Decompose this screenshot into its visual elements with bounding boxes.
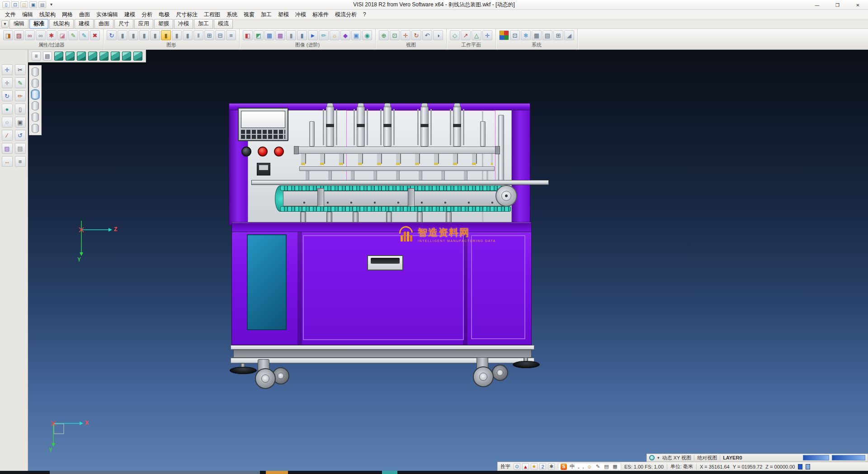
front-view-icon[interactable] (111, 52, 120, 61)
view-mode-label[interactable]: 动态 XY 视图 (662, 455, 692, 461)
ime-mode-zh-icon[interactable]: 中 (569, 463, 576, 470)
import-model-icon[interactable]: ◫ (20, 1, 28, 8)
display-mode-active-icon[interactable]: ▮ (161, 30, 171, 40)
gem-icon[interactable]: ◆ (340, 30, 350, 40)
undo-icon[interactable]: ↺ (15, 130, 26, 141)
refresh-icon[interactable]: ↻ (107, 30, 117, 40)
texture-icon[interactable]: ▩ (275, 30, 285, 40)
display-pair-icon[interactable]: ‖ (193, 30, 203, 40)
delete-mark-icon[interactable]: ✖ (90, 30, 100, 40)
tab-线架构[interactable]: 线架构 (49, 19, 74, 29)
pin-icon[interactable]: ⊙ (514, 463, 520, 470)
orbit-icon[interactable] (649, 455, 655, 460)
taskbar-window-preview[interactable] (50, 471, 260, 474)
pan-icon[interactable]: ✛ (401, 30, 410, 40)
display-mode-4-icon[interactable]: ▮ (150, 30, 160, 40)
filter-solid-icon[interactable] (32, 67, 39, 76)
back-view-icon[interactable] (133, 52, 142, 61)
menu-item-标准件[interactable]: 标准件 (309, 10, 332, 19)
pencil-edit-icon[interactable]: ✏ (319, 30, 329, 40)
tab-加工[interactable]: 加工 (194, 19, 213, 29)
render-shaded-icon[interactable]: ◧ (243, 30, 253, 40)
display-mode-6-icon[interactable]: ▮ (183, 30, 193, 40)
new-document-icon[interactable]: ▯ (2, 1, 10, 8)
snowflake-icon[interactable]: ❄ (521, 30, 531, 40)
rotate-view-icon[interactable]: ↻ (411, 30, 421, 40)
menu-item-尺寸标注[interactable]: 尺寸标注 (173, 10, 201, 19)
workplane-origin-icon[interactable]: ✛ (482, 30, 492, 40)
menu-item-系统[interactable]: 系统 (223, 10, 241, 19)
filter-all-icon[interactable] (32, 124, 39, 133)
viewport-3d[interactable]: 智造资料网 INTELLIGENT MANUFACTURING DATA Z Y (28, 50, 868, 471)
measure-icon[interactable]: ↔ (2, 156, 13, 167)
iso-view-se-icon[interactable] (77, 52, 86, 61)
menu-item-视窗[interactable]: 视窗 (241, 10, 258, 19)
globe-icon[interactable]: ◉ (362, 30, 372, 40)
taskbar-app-teal[interactable] (382, 471, 397, 474)
unlink-icon[interactable]: ∞ (36, 30, 46, 40)
filter-surface-icon[interactable] (32, 79, 39, 88)
filter-body-icon[interactable] (32, 90, 39, 99)
menu-item-塑模[interactable]: 塑模 (275, 10, 292, 19)
tab-编辑[interactable]: 编辑 (9, 19, 28, 29)
abacus-icon[interactable]: ≡ (226, 30, 236, 40)
filter-point-icon[interactable] (32, 113, 39, 122)
tab-建模[interactable]: 建模 (75, 19, 94, 29)
qat-caret-icon[interactable]: ▾ (47, 1, 55, 8)
workplane-align-icon[interactable]: △ (472, 30, 481, 40)
monitor-icon[interactable]: ⊡ (510, 30, 520, 40)
iso-view-nw-icon[interactable] (66, 52, 75, 61)
layer-color-bar[interactable] (803, 455, 829, 460)
pencil-icon[interactable]: ✎ (15, 77, 26, 88)
display-mode-1-icon[interactable]: ▮ (118, 30, 127, 40)
trim-icon[interactable]: ∕ (2, 130, 13, 141)
menu-item-网格[interactable]: 网格 (59, 10, 76, 19)
ime-emoji-icon[interactable]: ☺ (586, 464, 593, 469)
active-layer-label[interactable]: LAYER0 (723, 455, 742, 460)
taskbar-app-orange[interactable] (266, 471, 288, 474)
tab-应用[interactable]: 应用 (134, 19, 153, 29)
snap-grid-icon[interactable]: ✛ (2, 77, 13, 88)
menu-item-分析[interactable]: 分析 (138, 10, 156, 19)
view-panel-icon[interactable]: ▤ (43, 52, 52, 61)
ime-punct-icon[interactable]: 。, (577, 463, 584, 470)
calculator-icon[interactable]: ⊞ (553, 30, 563, 40)
close-button[interactable]: ✕ (848, 0, 868, 10)
ime-keyboard-icon[interactable]: ▤ (603, 464, 610, 469)
link-icon[interactable]: ∞ (25, 30, 35, 40)
sheet-icon[interactable]: ▯ (15, 104, 26, 114)
pen-color-bar[interactable] (832, 455, 865, 460)
tab-尺寸[interactable]: 尺寸 (114, 19, 133, 29)
flag-icon[interactable]: ► (308, 30, 318, 40)
machine-model-3d[interactable] (229, 103, 551, 395)
layers-icon[interactable]: ▣ (351, 30, 361, 40)
save-icon[interactable]: ▣ (29, 1, 37, 8)
flag-red-icon[interactable]: ▲ (522, 463, 529, 470)
ime-toolbox-icon[interactable]: ▦ (612, 464, 618, 469)
color-swatch-primary[interactable] (798, 464, 802, 469)
zoom-previous-icon[interactable]: ↶ (422, 30, 432, 40)
grid-system-icon[interactable]: ▦ (532, 30, 542, 40)
star-icon[interactable]: ★ (531, 463, 538, 470)
sphere-icon[interactable]: ● (2, 104, 13, 114)
pencil-green-icon[interactable]: ✎ (68, 30, 78, 40)
display-mode-5-icon[interactable]: ▮ (172, 30, 182, 40)
view-settings-icon[interactable]: ◑ (433, 30, 443, 40)
circle-icon[interactable]: ○ (2, 117, 13, 128)
count-badge[interactable]: 2 (539, 463, 546, 470)
iso-view-sw-icon[interactable] (88, 52, 97, 61)
tab-曲面[interactable]: 曲面 (94, 19, 113, 29)
menu-item-建模[interactable]: 建模 (121, 10, 138, 19)
menu-item-实体编辑[interactable]: 实体编辑 (93, 10, 121, 19)
menu-item-曲面[interactable]: 曲面 (76, 10, 93, 19)
workplane-xy-icon[interactable]: ◇ (450, 30, 460, 40)
layer-stack-icon[interactable]: ≡ (15, 156, 26, 167)
print-icon[interactable]: ▤ (38, 1, 46, 8)
eraser-icon[interactable]: ◪ (57, 30, 67, 40)
group-icon[interactable]: ✱ (47, 30, 57, 40)
side-view-icon[interactable] (122, 52, 131, 61)
tab-标准[interactable]: 标准 (29, 19, 48, 29)
view-list-icon[interactable]: ≡ (32, 52, 41, 61)
display-mode-3-icon[interactable]: ▮ (139, 30, 149, 40)
cut-icon[interactable]: ✂ (15, 64, 26, 75)
